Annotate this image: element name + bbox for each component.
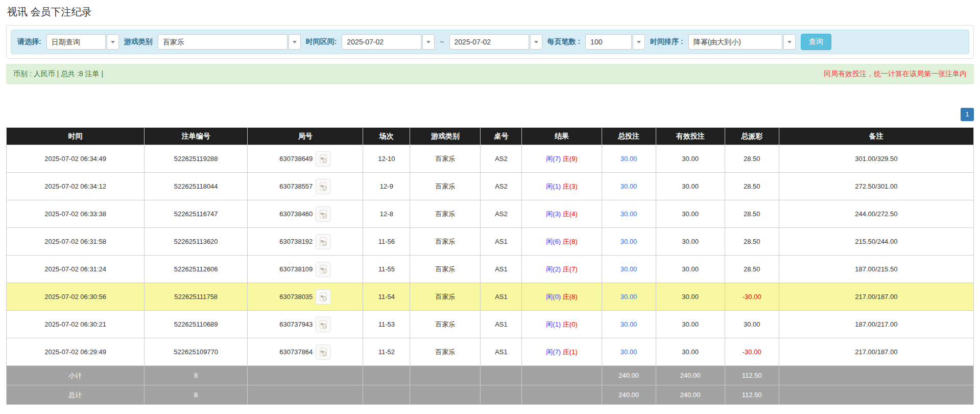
cell-result: 闲(2) 庄(7) <box>522 256 602 283</box>
time-sort-label: 时间排序 : <box>650 37 683 47</box>
date-from-select[interactable]: 2025-07-02 <box>342 34 435 50</box>
cell-valid-bet: 30.00 <box>656 311 725 338</box>
cell-total-bet: 30.00 <box>602 228 656 256</box>
cell-session: 11-52 <box>363 338 410 366</box>
date-from-value[interactable]: 2025-07-02 <box>342 34 421 50</box>
cell-total-payout: 28.50 <box>725 145 779 173</box>
cell-total-bet: 30.00 <box>602 256 656 283</box>
cell-game-category: 百家乐 <box>410 256 481 283</box>
game-category-label: 游戏类别 <box>124 37 153 47</box>
video-replay-button[interactable] <box>316 344 331 360</box>
grand-total-row: 总计8240.00240.00112.50 <box>7 385 974 405</box>
video-replay-button[interactable] <box>316 179 331 194</box>
cell-remark: 217.00/187.00 <box>779 338 973 366</box>
total-bet-link[interactable]: 30.00 <box>620 320 637 328</box>
page-size-value[interactable]: 100 <box>585 34 632 50</box>
cell-time: 2025-07-02 06:31:58 <box>7 228 145 256</box>
chevron-down-icon[interactable] <box>633 34 645 50</box>
time-sort-value[interactable]: 降幂(由大到小) <box>688 34 782 50</box>
total-bet-link[interactable]: 30.00 <box>620 348 637 356</box>
column-header-round-id: 局号 <box>248 128 363 145</box>
column-header-bet-id: 注单编号 <box>145 128 248 145</box>
cell-total-bet: 30.00 <box>602 311 656 338</box>
cell-session: 11-53 <box>363 311 410 338</box>
pagination-page-1[interactable]: 1 <box>961 108 974 121</box>
round-id-wrap: 630737864 <box>250 344 361 360</box>
summary-totals-text: 币别 : 人民币 | 总共 :8 注单 | <box>13 70 103 79</box>
cell-game-category: 百家乐 <box>410 173 481 200</box>
query-type-select[interactable]: 日期查询 <box>46 34 119 50</box>
video-icon <box>318 181 328 192</box>
total-bet-link[interactable]: 30.00 <box>620 182 637 190</box>
video-replay-button[interactable] <box>316 262 331 277</box>
cell-valid-bet: 30.00 <box>656 338 725 366</box>
page-size-select[interactable]: 100 <box>585 34 645 50</box>
cell-game-category: 百家乐 <box>410 283 481 311</box>
video-replay-button[interactable] <box>316 151 331 167</box>
total-bet-link[interactable]: 30.00 <box>620 265 637 273</box>
chevron-down-icon[interactable] <box>783 34 796 50</box>
cell-round-id: 630738557 <box>248 173 363 200</box>
table-row: 2025-07-02 06:31:58522625113620630738192… <box>7 228 974 256</box>
game-category-select[interactable]: 百家乐 <box>158 34 301 50</box>
cell-game-category: 百家乐 <box>410 145 481 173</box>
round-id-text: 630738557 <box>279 182 313 190</box>
cell-valid-bet: 30.00 <box>656 256 725 283</box>
game-category-value[interactable]: 百家乐 <box>158 34 288 50</box>
video-replay-button[interactable] <box>316 206 331 222</box>
search-button[interactable]: 查询 <box>801 34 831 50</box>
video-icon <box>318 347 328 357</box>
column-header-total-payout: 总派彩 <box>725 128 779 145</box>
chevron-down-icon[interactable] <box>422 34 435 50</box>
round-id-wrap: 630738035 <box>250 289 361 305</box>
query-type-value[interactable]: 日期查询 <box>46 34 106 50</box>
total-bet-link[interactable]: 30.00 <box>620 210 637 218</box>
cell-total-bet: 30.00 <box>602 200 656 228</box>
chevron-down-icon[interactable] <box>107 34 119 50</box>
cell-remark: 301.00/329.50 <box>779 145 973 173</box>
video-replay-button[interactable] <box>316 317 331 332</box>
round-id-wrap: 630738557 <box>250 179 361 194</box>
column-header-valid-bet: 有效投注 <box>656 128 725 145</box>
total-bet-link[interactable]: 30.00 <box>620 155 637 163</box>
cell-time: 2025-07-02 06:33:38 <box>7 200 145 228</box>
cell-session: 11-55 <box>363 256 410 283</box>
date-to-value[interactable]: 2025-07-02 <box>449 34 529 50</box>
column-header-table-no: 桌号 <box>481 128 522 145</box>
page: 视讯 会员下注纪录 请选择: 日期查询 游戏类别 百家乐 时间区间: 2025-… <box>0 0 980 409</box>
video-icon <box>318 292 328 302</box>
filter-bar: 请选择: 日期查询 游戏类别 百家乐 时间区间: 2025-07-02 ~ 20… <box>11 30 969 54</box>
total-bet-link[interactable]: 30.00 <box>620 238 637 245</box>
result-player: 闲(7) <box>546 155 561 163</box>
video-replay-button[interactable] <box>316 289 331 305</box>
time-sort-select[interactable]: 降幂(由大到小) <box>688 34 796 50</box>
cell-session: 11-54 <box>363 283 410 311</box>
grand-total-row-payout: 112.50 <box>725 385 779 405</box>
grand-total-row-valid-bet: 240.00 <box>656 385 725 405</box>
cell-bet-id: 522625119288 <box>145 145 248 173</box>
grand-total-row-label: 总计 <box>7 385 145 405</box>
cell-result: 闲(1) 庄(3) <box>522 173 602 200</box>
cell-game-category: 百家乐 <box>410 200 481 228</box>
cell-time: 2025-07-02 06:34:49 <box>7 145 145 173</box>
filter-panel: 请选择: 日期查询 游戏类别 百家乐 时间区间: 2025-07-02 ~ 20… <box>6 25 974 59</box>
cell-total-payout: -30.00 <box>725 283 779 311</box>
cell-time: 2025-07-02 06:31:24 <box>7 256 145 283</box>
round-id-text: 630737864 <box>279 348 313 356</box>
cell-remark: 187.00/217.00 <box>779 311 973 338</box>
chevron-down-icon[interactable] <box>289 34 301 50</box>
cell-valid-bet: 30.00 <box>656 228 725 256</box>
pagination: 1 <box>6 108 974 121</box>
cell-result: 闲(7) 庄(1) <box>522 338 602 366</box>
grand-total-row-empty-session <box>363 385 410 405</box>
video-replay-button[interactable] <box>316 234 331 249</box>
date-to-select[interactable]: 2025-07-02 <box>449 34 542 50</box>
table-row: 2025-07-02 06:30:56522625111758630738035… <box>7 283 974 311</box>
chevron-down-icon[interactable] <box>530 34 542 50</box>
date-range-separator: ~ <box>440 38 444 46</box>
cell-table-no: AS1 <box>481 228 522 256</box>
cell-total-payout: 28.50 <box>725 256 779 283</box>
total-bet-link[interactable]: 30.00 <box>620 293 637 301</box>
result-banker: 庄(8) <box>563 293 578 301</box>
result-banker: 庄(8) <box>563 238 578 245</box>
